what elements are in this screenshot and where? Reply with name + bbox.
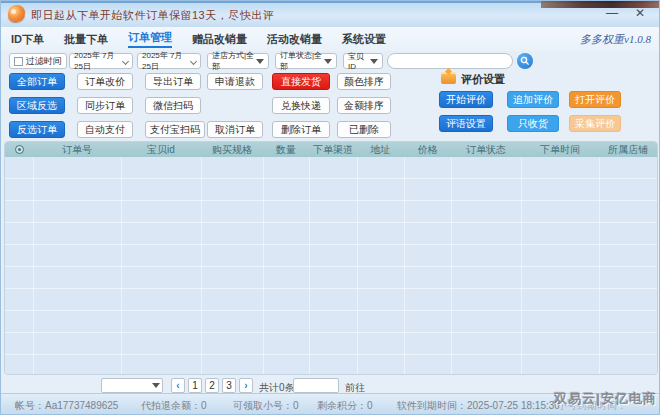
col-order-number: 订单号: [33, 142, 121, 157]
col-spec: 购买规格: [201, 142, 263, 157]
open-review-button[interactable]: 打开评价: [569, 91, 621, 108]
alipay-qr-button[interactable]: 支付宝扫码: [145, 121, 205, 138]
menu-activity-sales[interactable]: 活动改销量: [267, 32, 322, 47]
review-settings-title: 评价设置: [461, 72, 505, 87]
menu-id-order[interactable]: ID下单: [11, 32, 44, 47]
append-review-button[interactable]: 追加评价: [507, 91, 559, 108]
titlebar: 即日起从下单开始软件订单保留13天，尽快出评 — ✕: [1, 1, 659, 27]
page-2-button[interactable]: 2: [205, 378, 219, 393]
date-to-value: 2025年 7月25日: [142, 50, 191, 72]
menu-bar: ID下单 批量下单 订单管理 赠品改销量 活动改销量 系统设置 多多权重v1.0…: [1, 27, 659, 51]
status-points: 剩余积分：0: [317, 399, 373, 413]
wechat-qr-button[interactable]: 微信扫码: [145, 97, 201, 114]
search-button[interactable]: [517, 53, 533, 69]
window-title: 即日起从下单开始软件订单保留13天，尽快出评: [31, 8, 274, 23]
menu-gift-sales[interactable]: 赠品改销量: [192, 32, 247, 47]
amount-sort-button[interactable]: 金额排序: [337, 97, 391, 114]
invert-select-button[interactable]: 反选订单: [9, 121, 65, 138]
search-input[interactable]: [387, 53, 513, 69]
exchange-express-button[interactable]: 兑换快递: [272, 97, 330, 114]
table-body-empty: [5, 157, 657, 374]
col-order-time: 下单时间: [521, 142, 599, 157]
status-refund-balance: 代拍退余额：0: [141, 399, 207, 413]
status-bar: 帐号：Aa17737489625 代拍退余额：0 可领取小号：0 剩余积分：0 …: [1, 393, 659, 414]
request-refund-button[interactable]: 申请退款: [207, 73, 263, 90]
auto-pay-button[interactable]: 自动支付: [77, 121, 133, 138]
next-page-button[interactable]: ›: [239, 378, 253, 393]
table-header: 订单号 宝贝id 购买规格 数量 下单渠道 地址 价格 订单状态 下单时间 所属…: [5, 142, 657, 157]
menu-system-settings[interactable]: 系统设置: [342, 32, 386, 47]
chevron-down-icon: [190, 57, 197, 64]
search-icon: [520, 56, 530, 66]
entry-mode-value: 进店方式|全部: [212, 50, 256, 72]
date-to-picker[interactable]: 2025年 7月25日: [137, 53, 201, 69]
filter-time-checkbox[interactable]: [14, 57, 23, 66]
export-orders-button[interactable]: 导出订单: [145, 73, 201, 90]
col-address: 地址: [357, 142, 404, 157]
col-channel: 下单渠道: [309, 142, 357, 157]
receive-only-button[interactable]: 只收货: [507, 115, 559, 132]
version-label: 多多权重v1.0.8: [580, 32, 651, 47]
chevron-down-icon: [122, 57, 129, 64]
color-sort-button[interactable]: 颜色排序: [337, 73, 391, 90]
col-item-id: 宝贝id: [121, 142, 201, 157]
review-settings-icon: [441, 72, 456, 84]
all-orders-button[interactable]: 全部订单: [9, 73, 65, 90]
change-price-button[interactable]: 订单改价: [77, 73, 133, 90]
filter-time-label: 过滤时间: [26, 55, 62, 68]
minimize-button[interactable]: —: [601, 5, 623, 22]
vendor-watermark: 双易云|安亿电商: [554, 390, 657, 408]
start-review-button[interactable]: 开始评价: [439, 91, 493, 108]
date-from-value: 2025年 7月25日: [74, 50, 123, 72]
filter-time-toggle[interactable]: 过滤时间: [9, 53, 67, 69]
order-status-select[interactable]: 订单状态|全部: [275, 53, 337, 69]
page-size-select[interactable]: [101, 378, 163, 393]
date-from-picker[interactable]: 2025年 7月25日: [69, 53, 133, 69]
status-account: 帐号：Aa17737489625: [15, 399, 118, 413]
app-icon: [8, 5, 25, 22]
menu-order-management[interactable]: 订单管理: [128, 30, 172, 48]
item-id-select[interactable]: 宝贝ID: [343, 53, 383, 69]
review-text-settings-button[interactable]: 评语设置: [439, 115, 493, 132]
col-order-status: 订单状态: [451, 142, 521, 157]
dropdown-arrow-icon: [256, 59, 264, 64]
col-price: 价格: [404, 142, 451, 157]
status-software-expire: 软件到期时间：2025-07-25 18:15:30: [397, 399, 560, 413]
page-1-button[interactable]: 1: [188, 378, 202, 393]
col-shop: 所属店铺: [599, 142, 657, 157]
entry-mode-select[interactable]: 进店方式|全部: [207, 53, 269, 69]
region-invert-button[interactable]: 区域反选: [9, 97, 65, 114]
select-all-radio-icon[interactable]: [15, 145, 24, 154]
order-status-value: 订单状态|全部: [280, 50, 324, 72]
deleted-button[interactable]: 已删除: [337, 121, 391, 138]
app-window: 即日起从下单开始软件订单保留13天，尽快出评 — ✕ ID下单 批量下单 订单管…: [0, 0, 660, 415]
orders-table: 订单号 宝贝id 购买规格 数量 下单渠道 地址 价格 订单状态 下单时间 所属…: [4, 141, 658, 375]
prev-page-button[interactable]: ‹: [171, 378, 185, 393]
page-3-button[interactable]: 3: [222, 378, 236, 393]
dropdown-arrow-icon: [152, 383, 160, 388]
direct-ship-button[interactable]: 直接发货: [272, 73, 330, 90]
item-id-value: 宝贝ID: [348, 51, 370, 71]
delete-order-button[interactable]: 删除订单: [272, 121, 330, 138]
status-available-accounts: 可领取小号：0: [233, 399, 299, 413]
col-quantity: 数量: [263, 142, 309, 157]
dropdown-arrow-icon: [324, 59, 332, 64]
menu-batch-order[interactable]: 批量下单: [64, 32, 108, 47]
goto-page-input[interactable]: [293, 378, 339, 393]
close-button[interactable]: ✕: [629, 5, 651, 22]
collect-review-button[interactable]: 采集评价: [569, 115, 621, 132]
dropdown-arrow-icon: [370, 59, 378, 64]
sync-orders-button[interactable]: 同步订单: [77, 97, 133, 114]
cancel-order-button[interactable]: 取消订单: [207, 121, 263, 138]
